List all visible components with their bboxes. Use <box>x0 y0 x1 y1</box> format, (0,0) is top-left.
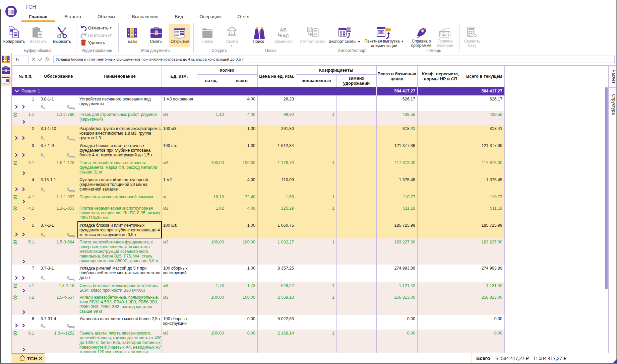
svg-text:AC: AC <box>283 33 289 39</box>
svg-text:AB: AB <box>280 27 287 32</box>
